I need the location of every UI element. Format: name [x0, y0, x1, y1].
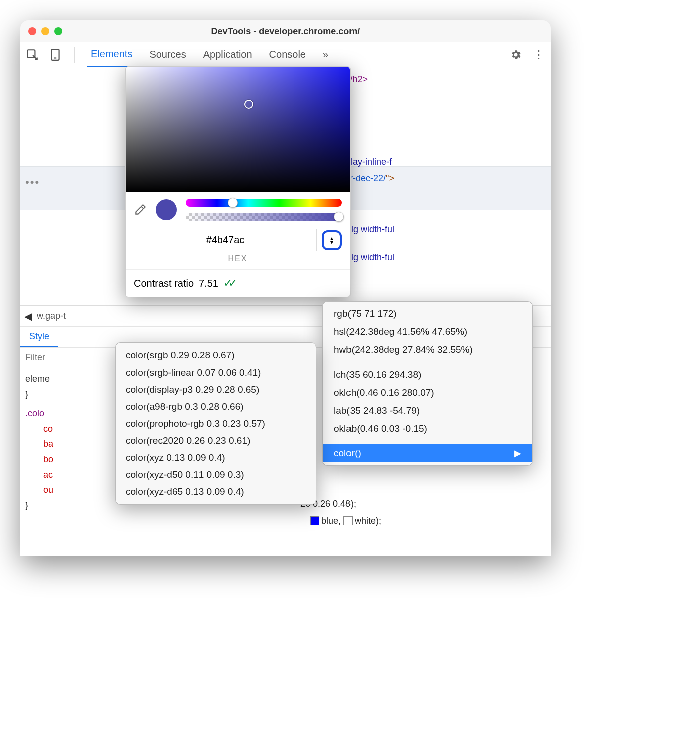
- format-option-hwb[interactable]: hwb(242.38deg 27.84% 32.55%): [323, 341, 532, 359]
- inspect-element-icon[interactable]: [25, 48, 39, 62]
- devtools-toolbar: Elements Sources Application Console » ⋮: [20, 42, 551, 67]
- svg-rect-1: [51, 49, 59, 60]
- device-toggle-icon[interactable]: [48, 48, 62, 62]
- format-option-oklch[interactable]: oklch(0.46 0.16 280.07): [323, 384, 532, 402]
- current-color-swatch: [156, 199, 177, 220]
- format-toggle-button[interactable]: [322, 230, 342, 250]
- color-sub-option[interactable]: color(display-p3 0.29 0.28 0.65): [116, 381, 316, 398]
- devtools-window: DevTools - developer.chrome.com/ Element…: [20, 20, 551, 556]
- styles-filter-input[interactable]: [25, 352, 95, 363]
- color-sub-option[interactable]: color(a98-rgb 0.3 0.28 0.66): [116, 398, 316, 415]
- format-option-color[interactable]: color() ▶: [323, 444, 532, 462]
- tab-application[interactable]: Application: [199, 42, 256, 67]
- collapsed-indicator: •••: [25, 172, 40, 192]
- checkmark-icon: ✓✓: [223, 277, 233, 290]
- kebab-menu-icon[interactable]: ⋮: [532, 48, 546, 62]
- contrast-row[interactable]: Contrast ratio 7.51 ✓✓: [126, 269, 350, 297]
- color-sub-option[interactable]: color(xyz-d65 0.13 0.09 0.4): [116, 483, 316, 500]
- titlebar: DevTools - developer.chrome.com/: [20, 20, 551, 42]
- tab-sources[interactable]: Sources: [145, 42, 190, 67]
- format-option-lch[interactable]: lch(35 60.16 294.38): [323, 365, 532, 384]
- spectrum-cursor[interactable]: [244, 100, 253, 109]
- color-function-submenu: color(srgb 0.29 0.28 0.67) color(srgb-li…: [115, 342, 316, 505]
- hex-input[interactable]: [134, 229, 317, 251]
- format-option-oklab[interactable]: oklab(0.46 0.03 -0.15): [323, 420, 532, 438]
- color-sub-option[interactable]: color(srgb-linear 0.07 0.06 0.41): [116, 364, 316, 381]
- color-sub-option[interactable]: color(xyz-d50 0.11 0.09 0.3): [116, 466, 316, 483]
- more-tabs[interactable]: »: [319, 42, 332, 67]
- alpha-slider[interactable]: [186, 213, 342, 221]
- tab-styles[interactable]: Style: [20, 327, 58, 347]
- window-title: DevTools - developer.chrome.com/: [20, 26, 551, 37]
- color-sub-option[interactable]: color(rec2020 0.26 0.23 0.61): [116, 432, 316, 449]
- color-picker: HEX Contrast ratio 7.51 ✓✓: [125, 66, 351, 297]
- tab-console[interactable]: Console: [265, 42, 310, 67]
- color-sub-option[interactable]: color(srgb 0.29 0.28 0.67): [116, 347, 316, 364]
- color-sub-option[interactable]: color(prophoto-rgb 0.3 0.23 0.57): [116, 415, 316, 432]
- gear-icon[interactable]: [509, 48, 523, 62]
- chevron-right-icon: ▶: [514, 448, 521, 459]
- chevron-left-icon[interactable]: ◀: [24, 310, 32, 322]
- color-format-menu: rgb(75 71 172) hsl(242.38deg 41.56% 47.6…: [322, 301, 533, 466]
- eyedropper-icon[interactable]: [134, 203, 147, 216]
- format-option-hsl[interactable]: hsl(242.38deg 41.56% 47.65%): [323, 323, 532, 341]
- tab-elements[interactable]: Elements: [87, 42, 136, 67]
- color-swatch-blue[interactable]: [310, 516, 319, 525]
- format-label: HEX: [126, 251, 350, 269]
- format-option-rgb[interactable]: rgb(75 71 172): [323, 305, 532, 323]
- hue-slider[interactable]: [186, 199, 342, 207]
- color-sub-option[interactable]: color(xyz 0.13 0.09 0.4): [116, 449, 316, 466]
- format-option-lab[interactable]: lab(35 24.83 -54.79): [323, 402, 532, 420]
- saturation-value-box[interactable]: [126, 67, 350, 192]
- color-swatch-white[interactable]: [343, 516, 353, 525]
